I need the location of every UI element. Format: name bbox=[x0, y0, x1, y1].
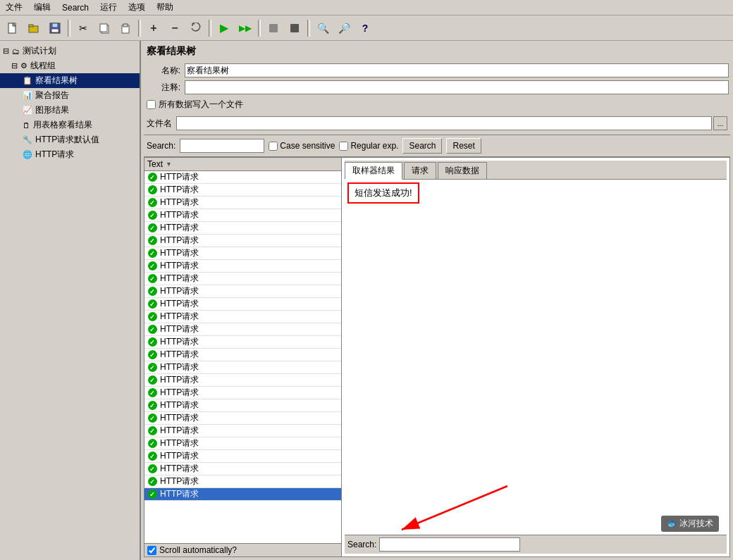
green-check-icon: ✓ bbox=[147, 223, 157, 233]
toolbar-browse2-btn[interactable]: 🔎 bbox=[334, 18, 354, 38]
list-item[interactable]: ✓HTTP请求 bbox=[144, 184, 341, 197]
toolbar-info-btn[interactable]: ? bbox=[355, 18, 375, 38]
list-item[interactable]: ✓HTTP请求 bbox=[144, 260, 341, 273]
green-check-icon: ✓ bbox=[147, 312, 157, 322]
expand-icon2: ⊟ bbox=[11, 61, 18, 70]
toolbar-remove-btn[interactable]: − bbox=[165, 18, 185, 38]
tree-item-threadgroup[interactable]: ⊟ ⚙ 线程组 bbox=[0, 58, 140, 73]
toolbar-reset-btn[interactable] bbox=[186, 18, 206, 38]
menu-item-run[interactable]: 运行 bbox=[97, 0, 120, 15]
list-item[interactable]: ✓HTTP请求 bbox=[144, 323, 341, 336]
scroll-auto-bar: Scroll automatically? bbox=[144, 543, 341, 556]
threadgroup-icon: ⚙ bbox=[20, 61, 27, 70]
list-item[interactable]: ✓HTTP请求 bbox=[144, 209, 341, 222]
name-input[interactable] bbox=[185, 63, 729, 77]
menu-item-help[interactable]: 帮助 bbox=[154, 0, 176, 15]
regex-checkbox[interactable] bbox=[339, 142, 348, 151]
reset-button[interactable]: Reset bbox=[446, 138, 481, 154]
toolbar-new-btn[interactable] bbox=[3, 18, 23, 38]
toolbar-run-all-btn[interactable]: ▶▶ bbox=[235, 18, 255, 38]
menu-item-options[interactable]: 选项 bbox=[125, 0, 148, 15]
file-browse-btn[interactable]: ... bbox=[713, 116, 727, 130]
green-check-icon: ✓ bbox=[147, 413, 157, 423]
toolbar-sep5 bbox=[307, 20, 310, 37]
list-item[interactable]: ✓HTTP请求 bbox=[144, 311, 341, 323]
list-item-text: HTTP请求 bbox=[160, 273, 199, 285]
menu-item-edit[interactable]: 编辑 bbox=[31, 0, 54, 15]
toolbar-copy-btn[interactable] bbox=[94, 18, 114, 38]
toolbar-stop1-btn[interactable] bbox=[264, 18, 283, 38]
toolbar-sep4 bbox=[258, 20, 261, 37]
tree-item-view-results[interactable]: 📋 察看结果树 bbox=[0, 73, 140, 88]
list-item[interactable]: ✓HTTP请求 bbox=[144, 412, 341, 425]
list-item[interactable]: ✓HTTP请求 bbox=[144, 336, 341, 349]
toolbar-sep3 bbox=[209, 20, 211, 37]
tree-item-testplan[interactable]: ⊟ 🗂 测试计划 bbox=[0, 44, 140, 58]
green-check-icon: ✓ bbox=[147, 388, 157, 398]
list-item[interactable]: ✓HTTP请求 bbox=[144, 361, 341, 374]
text-list-panel: Text ▼ ✓HTTP请求✓HTTP请求✓HTTP请求✓HTTP请求✓HTTP… bbox=[144, 158, 342, 556]
tree-item-table[interactable]: 🗒 用表格察看结果 bbox=[0, 118, 140, 132]
search-input-top[interactable] bbox=[180, 139, 264, 153]
bottom-search-bar: Search: bbox=[345, 535, 727, 554]
list-item-text: HTTP请求 bbox=[160, 425, 199, 437]
list-item[interactable]: ✓HTTP请求 bbox=[144, 463, 341, 475]
case-sensitive-checkbox[interactable] bbox=[269, 142, 278, 151]
list-item[interactable]: ✓HTTP请求 bbox=[144, 374, 341, 387]
green-check-icon: ✓ bbox=[147, 401, 157, 411]
file-input[interactable] bbox=[176, 116, 712, 130]
toolbar-stop2-btn[interactable] bbox=[285, 18, 304, 38]
comment-input[interactable] bbox=[185, 80, 729, 94]
search-button[interactable]: Search bbox=[402, 138, 442, 154]
green-check-icon: ✓ bbox=[147, 173, 157, 182]
tree-item-http-request[interactable]: 🌐 HTTP请求 bbox=[0, 147, 140, 162]
bottom-search-input[interactable] bbox=[379, 537, 520, 552]
list-item[interactable]: ✓HTTP请求 bbox=[144, 285, 341, 298]
list-item-text: HTTP请求 bbox=[160, 488, 199, 500]
toolbar-paste-btn[interactable] bbox=[116, 18, 135, 38]
list-item[interactable]: ✓HTTP请求 bbox=[144, 399, 341, 412]
list-item[interactable]: ✓HTTP请求 bbox=[144, 387, 341, 399]
toolbar-cut-btn[interactable]: ✂ bbox=[73, 18, 93, 38]
list-item[interactable]: ✓HTTP请求 bbox=[144, 222, 341, 235]
tabs-header: 取样器结果 请求 响应数据 bbox=[345, 161, 727, 180]
response-panel: 取样器结果 请求 响应数据 短信发送成功! Search: bbox=[342, 158, 729, 556]
list-item-text: HTTP请求 bbox=[160, 285, 199, 297]
toolbar-add-btn[interactable]: + bbox=[144, 18, 164, 38]
list-item[interactable]: ✓HTTP请求 bbox=[144, 247, 341, 260]
toolbar-save-btn[interactable] bbox=[45, 18, 65, 38]
tab-request[interactable]: 请求 bbox=[404, 162, 436, 179]
tree-item-http-defaults[interactable]: 🔧 HTTP请求默认值 bbox=[0, 132, 140, 147]
table-icon: 🗒 bbox=[23, 121, 30, 130]
toolbar-open-btn[interactable] bbox=[24, 18, 44, 38]
list-item[interactable]: ✓HTTP请求 bbox=[144, 171, 341, 184]
list-item[interactable]: ✓HTTP请求 bbox=[144, 298, 341, 311]
menu-item-file[interactable]: 文件 bbox=[3, 0, 25, 15]
toolbar-browse1-btn[interactable]: 🔍 bbox=[313, 18, 333, 38]
green-check-icon: ✓ bbox=[147, 274, 157, 284]
write-all-checkbox[interactable] bbox=[147, 100, 156, 109]
svg-rect-6 bbox=[51, 29, 58, 32]
scroll-auto-checkbox[interactable] bbox=[147, 546, 156, 555]
response-content: 短信发送成功! bbox=[345, 180, 727, 535]
tab-response-data[interactable]: 响应数据 bbox=[438, 162, 487, 179]
tab-sampler-results[interactable]: 取样器结果 bbox=[345, 162, 402, 180]
menu-item-search[interactable]: Search bbox=[59, 1, 92, 14]
aggregate-icon: 📊 bbox=[23, 91, 32, 100]
list-item[interactable]: ✓HTTP请求 bbox=[144, 450, 341, 463]
green-check-icon: ✓ bbox=[147, 185, 157, 195]
list-item[interactable]: ✓HTTP请求 bbox=[144, 349, 341, 361]
list-item[interactable]: ✓HTTP请求 bbox=[144, 425, 341, 437]
list-item[interactable]: ✓HTTP请求 bbox=[144, 235, 341, 247]
tree-item-graph[interactable]: 📈 图形结果 bbox=[0, 103, 140, 118]
list-item[interactable]: ✓HTTP请求 bbox=[144, 475, 341, 488]
text-list-scroll[interactable]: ✓HTTP请求✓HTTP请求✓HTTP请求✓HTTP请求✓HTTP请求✓HTTP… bbox=[144, 171, 341, 543]
toolbar-run-btn[interactable]: ▶ bbox=[214, 18, 234, 38]
list-item[interactable]: ✓HTTP请求 bbox=[144, 488, 341, 501]
tree-item-aggregate[interactable]: 📊 聚合报告 bbox=[0, 88, 140, 103]
list-item[interactable]: ✓HTTP请求 bbox=[144, 197, 341, 209]
list-item[interactable]: ✓HTTP请求 bbox=[144, 273, 341, 285]
list-item[interactable]: ✓HTTP请求 bbox=[144, 437, 341, 450]
list-item-text: HTTP请求 bbox=[160, 336, 199, 348]
green-check-icon: ✓ bbox=[147, 249, 157, 259]
